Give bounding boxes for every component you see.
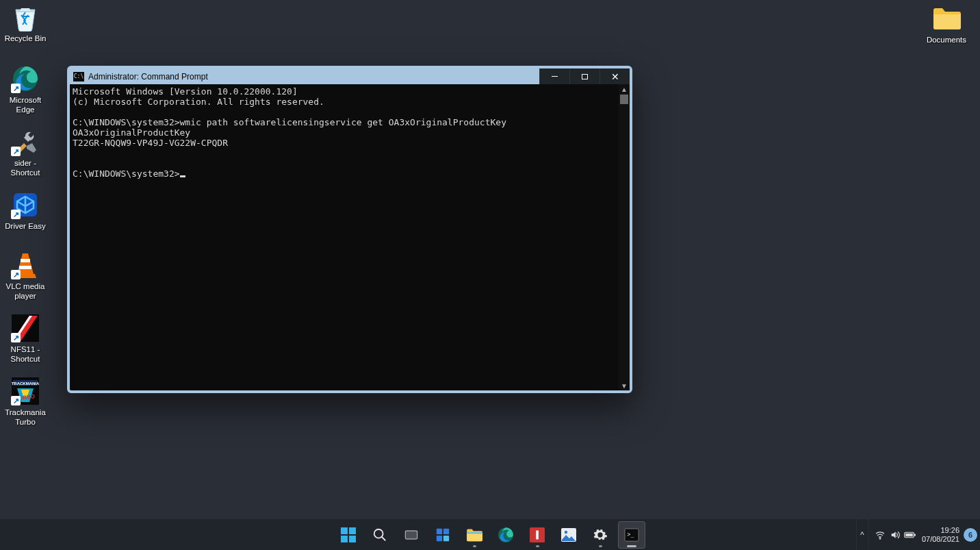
clock-time: 19:26 xyxy=(922,526,959,535)
svg-rect-31 xyxy=(914,534,916,536)
scrollbar[interactable]: ▲ ▼ xyxy=(619,84,630,390)
system-tray: ^ 19:26 07/08/2021 6 xyxy=(856,519,980,550)
svg-rect-21 xyxy=(467,532,482,534)
desktop-icon-label: Trackmania Turbo xyxy=(0,408,51,427)
svg-text:>_: >_ xyxy=(628,530,634,537)
battery-icon[interactable] xyxy=(903,519,918,551)
driver-easy-icon: ↗ xyxy=(11,190,40,219)
desktop-icon-recycle-bin[interactable]: Recycle Bin xyxy=(0,3,51,43)
svg-point-29 xyxy=(879,538,880,538)
tray-overflow-button[interactable]: ^ xyxy=(856,519,868,551)
nfs11-icon: ↗ xyxy=(11,314,40,342)
taskbar-red-app[interactable] xyxy=(524,521,551,549)
tools-icon: ↗ xyxy=(11,127,40,156)
notification-badge[interactable]: 6 xyxy=(964,528,977,542)
edge-icon: ↗ xyxy=(11,64,40,93)
minimize-button[interactable] xyxy=(539,68,569,84)
svg-rect-17 xyxy=(437,528,442,534)
folder-icon xyxy=(932,4,961,33)
taskbar-clock[interactable]: 19:26 07/08/2021 xyxy=(922,526,959,544)
scroll-thumb[interactable] xyxy=(620,95,628,104)
scroll-up-icon[interactable]: ▲ xyxy=(619,84,630,94)
taskbar-command-prompt[interactable]: >_ xyxy=(618,521,645,549)
svg-rect-3 xyxy=(19,266,31,269)
start-button[interactable] xyxy=(335,521,362,549)
svg-rect-20 xyxy=(443,535,449,540)
desktop-icon-trackmania[interactable]: TRACKMANIATURBO ↗ Trackmania Turbo xyxy=(0,377,51,427)
search-button[interactable] xyxy=(366,521,394,549)
taskbar-photos[interactable] xyxy=(555,521,582,549)
svg-rect-12 xyxy=(349,536,356,542)
svg-rect-32 xyxy=(905,533,913,536)
desktop-icon-vlc[interactable]: ↗ VLC media player xyxy=(0,251,51,301)
svg-text:TRACKMANIA: TRACKMANIA xyxy=(12,382,39,386)
cmd-title-icon: C:\ xyxy=(73,72,84,82)
svg-rect-19 xyxy=(437,535,442,540)
svg-rect-24 xyxy=(536,530,539,539)
desktop-icon-driver-easy[interactable]: ↗ Driver Easy xyxy=(0,190,51,231)
desktop-icon-label: NFS11 - Shortcut xyxy=(0,345,51,364)
svg-rect-9 xyxy=(341,527,348,534)
svg-point-26 xyxy=(565,530,567,533)
scroll-down-icon[interactable]: ▼ xyxy=(619,381,630,390)
taskbar-settings[interactable] xyxy=(586,521,614,549)
trackmania-icon: TRACKMANIATURBO ↗ xyxy=(11,377,40,405)
svg-rect-16 xyxy=(406,531,417,538)
desktop-icon-label: Driver Easy xyxy=(0,221,51,231)
command-prompt-window[interactable]: C:\ Administrator: Command Prompt ✕ Micr… xyxy=(67,66,632,393)
desktop-icon-label: VLC media player xyxy=(0,282,51,301)
desktop-icon-label: Documents xyxy=(921,35,972,45)
close-button[interactable]: ✕ xyxy=(599,68,630,84)
volume-icon[interactable] xyxy=(888,519,903,551)
svg-rect-2 xyxy=(21,259,30,262)
wifi-icon[interactable] xyxy=(873,519,888,551)
window-titlebar[interactable]: C:\ Administrator: Command Prompt ✕ xyxy=(70,68,630,84)
desktop-icon-microsoft-edge[interactable]: ↗ Microsoft Edge xyxy=(0,64,51,114)
task-view-button[interactable] xyxy=(398,521,425,549)
taskbar-center: >_ xyxy=(335,521,645,549)
recycle-bin-icon xyxy=(11,3,40,32)
desktop-icon-documents[interactable]: Documents xyxy=(921,4,972,45)
taskbar-file-explorer[interactable] xyxy=(461,521,488,549)
clock-date: 07/08/2021 xyxy=(922,535,959,544)
maximize-button[interactable] xyxy=(569,68,599,84)
svg-rect-11 xyxy=(341,536,348,542)
taskbar: >_ ^ 19:26 07/08/2021 6 xyxy=(0,518,980,550)
svg-rect-18 xyxy=(443,528,449,534)
vlc-icon: ↗ xyxy=(11,251,40,279)
desktop-icon-label: sider - Shortcut xyxy=(0,158,51,177)
desktop-icon-label: Microsoft Edge xyxy=(0,95,51,114)
desktop-icon-label: Recycle Bin xyxy=(0,34,51,43)
desktop-icon-sider[interactable]: ↗ sider - Shortcut xyxy=(0,127,51,177)
terminal-cursor xyxy=(180,175,185,177)
terminal-output[interactable]: Microsoft Windows [Version 10.0.22000.12… xyxy=(70,84,619,390)
window-title: Administrator: Command Prompt xyxy=(88,72,208,82)
taskbar-edge[interactable] xyxy=(492,521,519,549)
desktop-icon-nfs11[interactable]: ↗ NFS11 - Shortcut xyxy=(0,314,51,364)
widgets-button[interactable] xyxy=(429,521,456,549)
svg-point-13 xyxy=(374,529,383,538)
svg-rect-10 xyxy=(349,527,356,534)
svg-line-14 xyxy=(382,536,386,540)
